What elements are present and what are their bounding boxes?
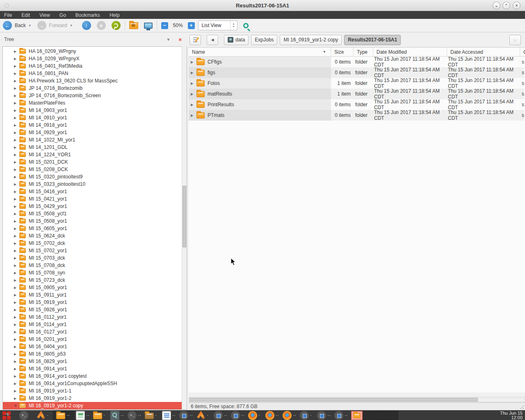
expander-icon[interactable]: ▶	[14, 212, 19, 216]
expander-icon[interactable]: ▶	[14, 87, 19, 90]
path-scroll-left-button[interactable]: ◀	[207, 35, 218, 45]
tree-item[interactable]: ▶MI 16_0112_yor1	[3, 313, 187, 321]
close-button[interactable]: ×	[513, 2, 520, 9]
table-row[interactable]: ▶PrintResults0 itemsfolderThu 15 Jun 201…	[189, 99, 525, 110]
taskbar-item-screen[interactable]	[230, 411, 247, 420]
desktop-button[interactable]	[144, 23, 153, 29]
expander-icon[interactable]: ▶	[191, 60, 196, 64]
back-button[interactable]: ←	[3, 21, 12, 30]
expander-icon[interactable]: ▶	[14, 330, 19, 334]
expander-icon[interactable]: ▶	[14, 264, 19, 267]
tree-item[interactable]: ▶MI 14_1022_MI_yor1	[3, 136, 187, 144]
expander-icon[interactable]: ▶	[14, 360, 19, 363]
workspace-4[interactable]	[387, 411, 398, 420]
expander-icon[interactable]: ▶	[191, 82, 196, 85]
expander-icon[interactable]: ▶	[14, 389, 19, 393]
taskbar-item-terminal[interactable]: >_	[126, 411, 144, 420]
menu-bookmarks[interactable]: Bookmarks	[75, 12, 100, 18]
expander-icon[interactable]: ▶	[14, 315, 19, 319]
sort-descending-icon[interactable]: ▼	[323, 50, 326, 54]
tree-item[interactable]: ▶HA 16_0401_Ref3Media	[3, 62, 187, 70]
taskbar-item-firefox[interactable]	[264, 411, 281, 420]
tree-item[interactable]: ▶MI 15_0919_yor1	[3, 299, 187, 306]
zoom-out-button[interactable]: −	[161, 22, 168, 29]
taskbar-item-screen[interactable]	[299, 411, 316, 420]
expander-icon[interactable]: ▶	[14, 345, 19, 349]
expander-icon[interactable]: ▶	[14, 293, 19, 297]
expander-icon[interactable]: ▶	[14, 50, 19, 53]
expander-icon[interactable]: ▶	[14, 301, 19, 304]
expander-icon[interactable]: ▶	[14, 94, 19, 98]
tree-item[interactable]: ▶MI 16_0914_yor1CorrupuptedAppleSSH	[3, 380, 187, 387]
taskbar-item-folder[interactable]	[92, 411, 109, 420]
workspace-1[interactable]	[351, 411, 363, 420]
tree-item[interactable]: ▶HA 16_0209_WPrgny	[3, 48, 187, 55]
tree-item[interactable]: ▶JP 14_0716_Bortezomib	[3, 84, 187, 92]
tree-item[interactable]: ▶MI 14_1224_YOR1	[3, 151, 187, 158]
breadcrumb-1[interactable]: ExpJobs	[251, 35, 277, 45]
tree-item[interactable]: ▶MI 14_0903_yor1	[3, 107, 187, 114]
expander-icon[interactable]: ▶	[191, 71, 196, 75]
expander-icon[interactable]: ▶	[191, 114, 196, 117]
breadcrumb-0[interactable]: data	[224, 35, 249, 45]
workspace-switcher[interactable]	[351, 411, 399, 420]
forward-dropdown-icon[interactable]: ▼	[70, 24, 73, 27]
expander-icon[interactable]: ▶	[14, 352, 19, 356]
table-row[interactable]: ▶CFfigs0 itemsfolderThu 15 Jun 2017 11:1…	[189, 57, 525, 67]
tree-item[interactable]: ▶MasterPlateFiles	[3, 99, 187, 107]
horizontal-scrollbar-thumb[interactable]	[189, 398, 478, 402]
expander-icon[interactable]: ▶	[14, 168, 19, 171]
expander-icon[interactable]: ▶	[191, 92, 196, 96]
taskbar-item-firefox[interactable]	[247, 411, 264, 420]
expander-icon[interactable]: ▶	[14, 382, 19, 386]
expander-icon[interactable]: ▶	[14, 374, 19, 378]
table-row[interactable]: ▶Fotos1 itemfolderThu 15 Jun 2017 11:18:…	[189, 78, 525, 89]
expander-icon[interactable]: ▶	[14, 79, 19, 83]
column-header-date-modified[interactable]: Date Modified	[373, 48, 447, 56]
tree-item[interactable]: ▶MI 15_0201_DCK	[3, 158, 187, 166]
tree-item[interactable]: ▶MI 15_0708_syn	[3, 269, 187, 276]
view-mode-spinner[interactable]: ▲▼	[230, 21, 237, 30]
tree-item[interactable]: ▶MI 15_0416_yor1	[3, 188, 187, 195]
expander-icon[interactable]: ▶	[14, 175, 19, 179]
expander-icon[interactable]: ▶	[191, 103, 196, 107]
tree-scrollbar[interactable]	[182, 46, 187, 409]
expander-icon[interactable]: ▶	[14, 138, 19, 142]
tree-item[interactable]: ▶MI 15_0926_yor1	[3, 306, 187, 313]
tree-panel-dropdown-icon[interactable]: ▼	[167, 37, 171, 42]
taskbar-item-search-tool[interactable]	[109, 411, 126, 420]
taskbar-item-firefox[interactable]	[281, 411, 299, 420]
expander-icon[interactable]: ▶	[14, 131, 19, 135]
tree-item[interactable]: ▶MI 16_0201_yor1	[3, 336, 187, 343]
menu-file[interactable]: File	[4, 12, 12, 18]
tree-item[interactable]: ▶MI 15_0208_DCK	[3, 166, 187, 173]
taskbar-item-writer[interactable]	[161, 411, 178, 420]
expander-icon[interactable]: ▶	[14, 72, 19, 75]
expander-icon[interactable]: ▶	[14, 205, 19, 208]
resize-grip[interactable]	[520, 405, 524, 409]
menu-go[interactable]: Go	[59, 12, 66, 18]
expander-icon[interactable]: ▶	[14, 308, 19, 312]
forward-label[interactable]: Forward	[49, 23, 67, 28]
taskbar-item-matlab[interactable]	[35, 411, 52, 420]
tree-item[interactable]: ▶HA 16_0209_WPrgnyX	[3, 55, 187, 62]
tree-item[interactable]: ▶HA Prework 13_0620 CLS for MassSpec	[3, 77, 187, 84]
expander-icon[interactable]: ▶	[14, 227, 19, 231]
tree-item[interactable]: ▶MI 15_0508_yor1	[3, 217, 187, 225]
expander-icon[interactable]: ▶	[14, 153, 19, 157]
expander-icon[interactable]: ▶	[14, 367, 19, 371]
taskbar-item-calc[interactable]	[75, 411, 92, 420]
minimize-button[interactable]: ⌄	[493, 2, 500, 9]
breadcrumb-2[interactable]: MI 16_0919_yor1-2 copy	[280, 35, 342, 45]
tree-item[interactable]: ▶MI 15_0702_dck	[3, 240, 187, 247]
taskbar-item-folder-brown[interactable]	[144, 411, 161, 420]
tree-item[interactable]: ▶MI 15_0708_dck	[3, 262, 187, 269]
tree-item[interactable]: ▶MI 16_0914_yor1 copytest	[3, 372, 187, 380]
tree-item[interactable]: ▶MI 16_0114_yor1	[3, 321, 187, 328]
cancel-button[interactable]: ×	[97, 21, 106, 30]
tree-item[interactable]: ▶MI 16_0914_yor1	[3, 365, 187, 372]
column-header-size[interactable]: Size	[331, 48, 354, 56]
tree-item[interactable]: ▶MI 15_0605_yor1	[3, 225, 187, 232]
taskbar-item-screen[interactable]	[212, 411, 230, 420]
workspace-2[interactable]	[363, 411, 374, 420]
